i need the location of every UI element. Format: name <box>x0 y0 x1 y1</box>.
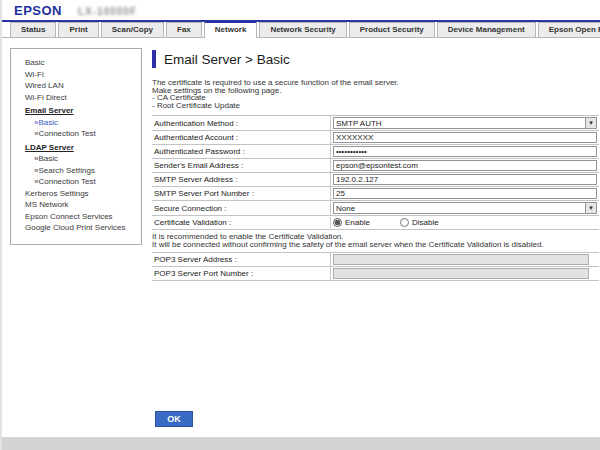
authentication-method-select[interactable]: SMTP AUTH ▼ <box>333 117 597 129</box>
form-row: Secure Connection : None ▼ <box>152 201 599 216</box>
tab-print[interactable]: Print <box>58 22 98 37</box>
tab-network-security[interactable]: Network Security <box>259 22 346 37</box>
form-row: POP3 Server Port Number : <box>152 267 599 281</box>
authenticated-account-input[interactable] <box>333 132 597 143</box>
form-row: Sender's Email Address : <box>152 159 599 173</box>
field-label: Authentication Method : <box>152 119 330 128</box>
tab-device-management[interactable]: Device Management <box>437 22 536 37</box>
dropdown-arrow-icon: ▼ <box>585 203 596 213</box>
certificate-validation-radio-group: Enable Disable <box>333 218 465 227</box>
sidebar-item-wired-lan[interactable]: Wired LAN <box>25 80 137 92</box>
header: EPSON LX-10000F <box>2 0 600 20</box>
form-row: Authenticated Password : <box>152 145 599 159</box>
field-label: POP3 Server Port Number : <box>152 269 330 278</box>
field-label: SMTP Server Address : <box>152 175 330 184</box>
field-label: Authenticated Password : <box>152 147 330 156</box>
form-row: Certificate Validation : Enable Disable <box>152 216 599 230</box>
form-row: Authenticated Account : <box>152 131 599 145</box>
tab-product-security[interactable]: Product Security <box>349 22 435 37</box>
sidebar-item-ms-network[interactable]: MS Network <box>25 199 137 211</box>
description-line: - Root Certificate Update <box>152 102 599 110</box>
printer-model-label: LX-10000F <box>78 6 137 17</box>
secure-connection-select[interactable]: None ▼ <box>333 202 597 214</box>
tab-network[interactable]: Network <box>204 21 258 38</box>
pop3-server-address-input[interactable] <box>333 254 589 265</box>
form-row: SMTP Server Address : <box>152 173 599 187</box>
cert-validation-enable-option[interactable]: Enable <box>333 218 370 227</box>
title-accent-bar <box>152 50 156 68</box>
sidebar-item-epson-connect-services[interactable]: Epson Connect Services <box>25 211 137 223</box>
sidebar-item-email-server-connection-test[interactable]: »Connection Test <box>25 128 137 140</box>
description: The certificate is required to use a sec… <box>152 79 599 109</box>
sidebar-item-basic[interactable]: Basic <box>25 57 137 69</box>
field-label: POP3 Server Address : <box>152 255 330 264</box>
certificate-validation-note: It is recommended to enable the Certific… <box>152 233 599 248</box>
tab-epson-open-platform[interactable]: Epson Open Platform <box>538 22 600 37</box>
dropdown-arrow-icon: ▼ <box>585 118 596 128</box>
tab-fax[interactable]: Fax <box>166 22 202 37</box>
sidebar-item-wifi[interactable]: Wi-Fi <box>25 69 137 81</box>
bottom-strip <box>2 437 600 450</box>
cert-validation-disable-radio[interactable] <box>400 218 409 227</box>
form-row: Authentication Method : SMTP AUTH ▼ <box>152 116 599 131</box>
field-label: Certificate Validation : <box>152 218 330 227</box>
page: EPSON LX-10000F Status Print Scan/Copy F… <box>0 0 600 450</box>
sidebar-item-email-server-basic[interactable]: »Basic <box>25 117 137 129</box>
main-panel: Email Server > Basic The certificate is … <box>152 50 599 281</box>
cert-validation-disable-option[interactable]: Disable <box>400 218 439 227</box>
tab-bar: Status Print Scan/Copy Fax Network Netwo… <box>2 22 600 38</box>
form-row: POP3 Server Address : <box>152 253 599 267</box>
senders-email-address-input[interactable] <box>333 160 597 171</box>
sidebar-item-google-cloud-print-services[interactable]: Google Cloud Print Services <box>25 222 137 234</box>
smtp-server-address-input[interactable] <box>333 174 597 185</box>
email-server-form: Authentication Method : SMTP AUTH ▼ Auth… <box>152 115 599 230</box>
sidebar-section-email-server[interactable]: Email Server <box>25 105 137 117</box>
field-label: Sender's Email Address : <box>152 161 330 170</box>
authenticated-password-input[interactable] <box>333 146 597 157</box>
epson-logo: EPSON <box>14 3 62 18</box>
sidebar-item-ldap-basic[interactable]: »Basic <box>25 153 137 165</box>
sidebar-item-wifi-direct[interactable]: Wi-Fi Direct <box>25 92 137 104</box>
page-title-row: Email Server > Basic <box>152 50 599 68</box>
sidebar: Basic Wi-Fi Wired LAN Wi-Fi Direct Email… <box>10 48 142 245</box>
pop3-server-port-input[interactable] <box>333 268 589 279</box>
field-label: SMTP Server Port Number : <box>152 189 330 198</box>
ok-button[interactable]: OK <box>155 411 193 427</box>
tab-scan-copy[interactable]: Scan/Copy <box>101 22 164 37</box>
smtp-server-port-input[interactable] <box>333 188 597 199</box>
sidebar-item-kerberos-settings[interactable]: Kerberos Settings <box>25 188 137 200</box>
form-row: SMTP Server Port Number : <box>152 187 599 201</box>
sidebar-item-ldap-connection-test[interactable]: »Connection Test <box>25 176 137 188</box>
pop3-form: POP3 Server Address : POP3 Server Port N… <box>152 252 599 281</box>
note-line: It will be connected without confirming … <box>152 241 599 249</box>
cert-validation-enable-radio[interactable] <box>333 218 342 227</box>
field-label: Secure Connection : <box>152 204 330 213</box>
sidebar-section-ldap-server[interactable]: LDAP Server <box>25 142 137 154</box>
page-title: Email Server > Basic <box>164 52 290 67</box>
tab-status[interactable]: Status <box>10 22 56 37</box>
field-label: Authenticated Account : <box>152 133 330 142</box>
description-line: Make settings on the following page. <box>152 87 599 95</box>
sidebar-item-ldap-search-settings[interactable]: »Search Settings <box>25 165 137 177</box>
